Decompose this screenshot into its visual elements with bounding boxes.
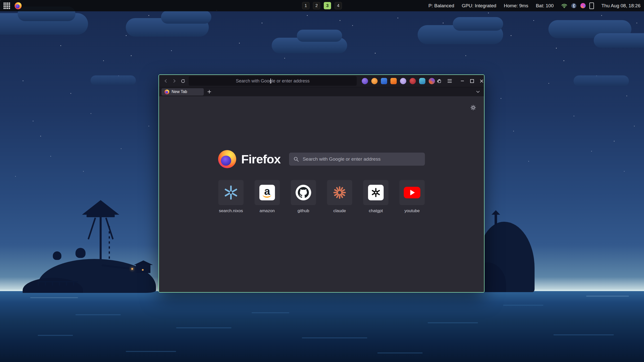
forward-button[interactable] [170,77,179,85]
window-controls [459,77,485,85]
wave [126,351,176,352]
watchtower-roof [82,200,119,215]
workspace-4[interactable]: 4 [335,2,342,9]
tab-title: New Tab [172,89,187,94]
tab-strip: New Tab [159,87,484,96]
firefox-icon[interactable] [15,2,22,9]
search-icon [294,157,299,162]
apps-grid-icon[interactable] [3,2,11,10]
close-button[interactable] [478,77,485,85]
extensions-button[interactable] [435,77,443,85]
status-bar-right: P: Balanced GPU: Integrated Home: 9ms Ba… [428,3,644,9]
shortcut-tile[interactable] [291,180,316,205]
shortcut-label: chatgpt [369,208,383,213]
reload-button[interactable] [179,77,187,85]
wallpaper-sea [0,291,644,362]
browser-toolbar [159,75,484,87]
hut-light [131,268,133,270]
url-input[interactable] [189,76,357,86]
shortcut-amazon: a amazon [255,180,280,213]
extension-icon-5[interactable] [400,78,406,84]
home-latency-status: Home: 9ms [504,3,528,9]
bluetooth-icon[interactable] [571,3,577,9]
battery-status: Bat: 100 [536,3,554,9]
newtab-page: Firefox [159,96,484,292]
text-caret [270,78,271,83]
island-right-roof [492,210,500,215]
workspace-2[interactable]: 2 [313,2,320,9]
list-all-tabs-button[interactable] [474,88,481,95]
nixos-icon [224,185,238,200]
cloud [453,17,503,31]
shortcut-tile[interactable]: a [255,180,280,205]
extension-icon-6[interactable] [410,78,416,84]
hut [136,264,150,273]
firefox-window: New Tab [158,74,485,293]
personalize-button[interactable] [469,104,477,111]
tab-new-tab[interactable]: New Tab [162,88,204,96]
cloud [594,33,644,48]
tablet-icon[interactable] [589,3,594,9]
wave [75,314,121,315]
back-button[interactable] [162,77,170,85]
extension-icon-2[interactable] [371,78,378,84]
shortcut-label: search.nixos [219,208,243,213]
shortcut-label: claude [333,208,346,213]
claude-icon [333,186,347,200]
extension-area [362,78,435,84]
toolbar-end [435,77,485,85]
palm-tree [53,251,61,260]
workspace-3[interactable]: 3 [324,2,331,9]
status-tray [561,3,594,9]
palm-tree [75,248,86,258]
shortcut-tile[interactable] [218,180,244,205]
status-bar: 1 2 3 4 P: Balanced GPU: Integrated Home… [0,0,644,11]
shortcut-search-nixos: search.nixos [218,180,244,213]
shortcut-tiles: search.nixos a amazon [159,180,484,213]
color-palette-icon[interactable] [580,3,586,8]
shortcut-tile[interactable] [363,180,388,205]
menu-button[interactable] [446,77,454,85]
amazon-icon: a [259,185,275,200]
status-bar-left [0,2,22,10]
workspace-switcher: 1 2 3 4 [302,2,342,9]
shortcut-tile[interactable] [327,180,352,205]
extension-icon-7[interactable] [419,78,425,84]
firefox-logo [218,150,236,168]
tab-favicon [165,89,169,94]
cloud [161,11,211,24]
newtab-search-bar[interactable] [289,153,425,166]
minimize-icon [461,81,464,81]
shortcut-claude: claude [327,180,352,213]
minimize-button[interactable] [459,77,466,85]
new-tab-button[interactable] [206,88,213,95]
island-right-tower [495,214,497,225]
newtab-search-input[interactable] [302,156,420,162]
clock: Thu Aug 08, 18:26 [601,3,640,9]
github-icon [296,185,311,200]
settings-gear-icon [470,105,476,111]
desktop: 1 2 3 4 P: Balanced GPU: Integrated Home… [0,0,644,362]
wave [428,322,478,323]
url-bar[interactable] [189,76,357,86]
wave [586,296,629,297]
wifi-icon[interactable] [561,3,567,8]
wave [377,352,423,353]
watchtower-platform [87,215,115,217]
maximize-icon [470,79,474,83]
extension-icon-8[interactable] [429,78,435,84]
cloud [297,30,342,42]
extension-icon-4[interactable] [390,78,397,84]
shortcut-tile[interactable] [399,180,425,205]
chevron-down-icon [476,91,480,93]
firefox-wordmark: Firefox [241,152,280,166]
workspace-1[interactable]: 1 [302,2,309,9]
extension-icon-1[interactable] [362,78,368,84]
extension-icon-3[interactable] [381,78,387,84]
dock-posts [38,282,78,286]
wave [503,305,543,306]
shortcut-label: amazon [260,208,275,213]
gpu-status: GPU: Integrated [462,3,496,9]
maximize-button[interactable] [468,77,476,85]
wave [252,312,289,313]
